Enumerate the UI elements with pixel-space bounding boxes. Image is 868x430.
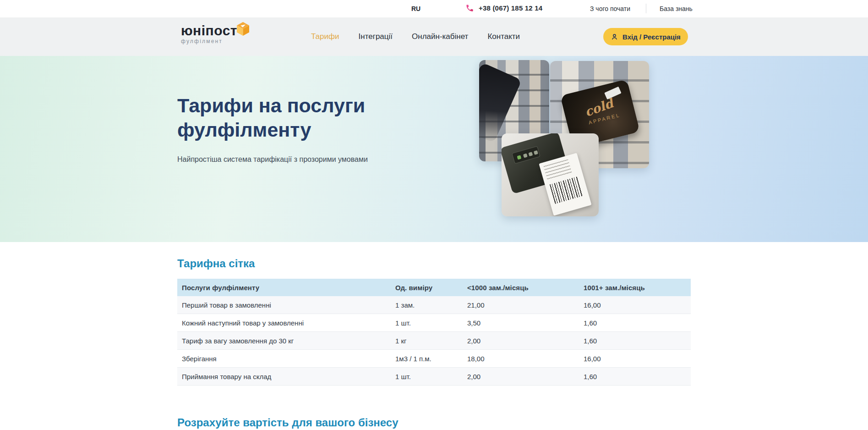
- calculator-heading: Розрахуйте вартість для вашого бізнесу: [177, 416, 399, 429]
- page-title-line2: фулфілменту: [177, 119, 311, 141]
- table-row: Кожний наступний товар у замовленні 1 шт…: [177, 314, 691, 332]
- hero-section: Тарифи на послуги фулфілменту Найпростіш…: [0, 56, 868, 242]
- col-header-over-1001: 1001+ зам./місяць: [579, 284, 691, 292]
- cell-unit: 1 зам.: [391, 301, 463, 309]
- pricing-heading: Тарифна сітка: [177, 257, 255, 270]
- hero-photo-label-printer: [502, 133, 599, 216]
- login-register-label: Вхід / Реєстрація: [622, 33, 681, 41]
- phone-block[interactable]: +38 (067) 185 12 14: [465, 4, 542, 12]
- logo-title: юніпост: [181, 24, 237, 38]
- shipping-label-graphic: [539, 153, 591, 215]
- cell-price-high: 1,60: [579, 373, 691, 380]
- pricing-table-body: Перший товар в замовленні 1 зам. 21,00 1…: [177, 296, 691, 386]
- page-subtitle: Найпростіша система тарифікації з прозор…: [177, 155, 368, 164]
- nav-item-tariffs[interactable]: Тарифи: [311, 32, 339, 41]
- nav-item-online-cabinet[interactable]: Онлайн-кабінет: [412, 32, 468, 41]
- cell-price-high: 16,00: [579, 355, 691, 363]
- barcode-graphic: [550, 176, 584, 204]
- cell-service: Перший товар в замовленні: [177, 301, 391, 309]
- topbar-link-get-started[interactable]: З чого почати: [590, 5, 630, 12]
- main-header: юніпост фулфілмент Тарифи Інтеграції Онл…: [0, 17, 868, 56]
- col-header-service: Послуги фулфілменту: [177, 284, 391, 292]
- cell-price-low: 2,00: [463, 373, 579, 380]
- cell-service: Кожний наступний товар у замовленні: [177, 319, 391, 327]
- table-row: Перший товар в замовленні 1 зам. 21,00 1…: [177, 296, 691, 314]
- pricing-table-header-row: Послуги фулфілменту Од. виміру <1000 зам…: [177, 279, 691, 296]
- pricing-section: Тарифна сітка Послуги фулфілменту Од. ви…: [0, 242, 868, 430]
- language-switcher[interactable]: RU: [411, 5, 420, 12]
- pricing-table: Послуги фулфілменту Од. виміру <1000 зам…: [177, 279, 691, 386]
- main-nav: Тарифи Інтеграції Онлайн-кабінет Контакт…: [311, 17, 520, 56]
- cell-unit: 1м3 / 1 п.м.: [391, 355, 463, 363]
- person-icon: [611, 33, 618, 41]
- cell-price-low: 18,00: [463, 355, 579, 363]
- cell-unit: 1 кг: [391, 337, 463, 345]
- top-utility-bar: RU +38 (067) 185 12 14 З чого почати Баз…: [0, 0, 868, 17]
- printer-panel: [512, 146, 540, 164]
- cell-price-high: 16,00: [579, 301, 691, 309]
- cell-service: Тариф за вагу замовлення до 30 кг: [177, 337, 391, 345]
- topbar-link-knowledge-base[interactable]: База знань: [660, 5, 693, 12]
- phone-number[interactable]: +38 (067) 185 12 14: [479, 4, 542, 12]
- phone-icon: [465, 4, 474, 12]
- logo-cube-icon: [237, 22, 249, 36]
- table-row: Приймання товару на склад 1 шт. 2,00 1,6…: [177, 368, 691, 386]
- logo[interactable]: юніпост фулфілмент: [181, 24, 237, 44]
- nav-item-contacts[interactable]: Контакти: [487, 32, 520, 41]
- nav-item-integrations[interactable]: Інтеграції: [359, 32, 393, 41]
- page-title-line1: Тарифи на послуги: [177, 94, 365, 116]
- cell-price-high: 1,60: [579, 337, 691, 345]
- table-row: Зберігання 1м3 / 1 п.м. 18,00 16,00: [177, 350, 691, 368]
- logo-subtitle: фулфілмент: [181, 38, 237, 44]
- col-header-unit: Од. виміру: [391, 284, 463, 292]
- cell-service: Зберігання: [177, 355, 391, 363]
- login-register-button[interactable]: Вхід / Реєстрація: [603, 28, 688, 45]
- cell-service: Приймання товару на склад: [177, 373, 391, 380]
- cell-price-high: 1,60: [579, 319, 691, 327]
- col-header-under-1000: <1000 зам./місяць: [463, 284, 579, 292]
- page-title: Тарифи на послуги фулфілменту: [177, 94, 365, 142]
- cell-price-low: 21,00: [463, 301, 579, 309]
- topbar-divider: [646, 4, 646, 13]
- cell-unit: 1 шт.: [391, 373, 463, 380]
- table-row: Тариф за вагу замовлення до 30 кг 1 кг 2…: [177, 332, 691, 350]
- cell-price-low: 2,00: [463, 337, 579, 345]
- cell-price-low: 3,50: [463, 319, 579, 327]
- cell-unit: 1 шт.: [391, 319, 463, 327]
